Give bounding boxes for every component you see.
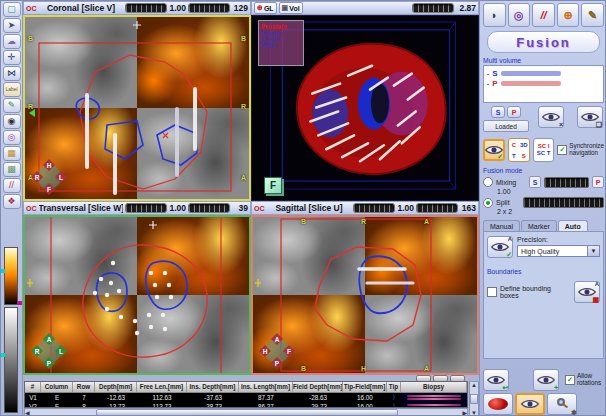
sagittal-slice-slider[interactable] — [416, 203, 458, 213]
biopsy-bars — [401, 393, 467, 402]
duplicate-volume-button[interactable]: ❏ — [577, 106, 603, 128]
select-tool-icon[interactable]: ▢ — [3, 2, 21, 17]
fusion-title: Fusion — [487, 31, 600, 53]
auto-register-button[interactable]: A✓ — [487, 236, 513, 258]
multi-volume-label: Multi volume — [483, 57, 604, 64]
coronal-gain-slider[interactable] — [125, 3, 167, 13]
transversal-title: Transversal [Slice W] — [39, 203, 124, 213]
volume-3d-scene[interactable]: Prostate Volume: Length: Width: F — [251, 15, 479, 201]
label-tool-button[interactable]: Label — [3, 82, 21, 97]
colormap-marker[interactable] — [1, 269, 5, 273]
tab-marker[interactable]: Marker — [521, 220, 557, 231]
transversal-image-area[interactable]: A R L P — [23, 215, 251, 375]
mirror-tool-icon[interactable]: ⋈ — [3, 66, 21, 81]
magnet-tool-icon[interactable]: ◉ — [3, 114, 21, 129]
sagittal-image-area[interactable]: B R A B H A A H F P — [251, 215, 479, 375]
region-tool-icon[interactable]: ▩ — [3, 162, 21, 177]
ultrasound-colormap-bar[interactable] — [4, 247, 18, 305]
volume-p-button[interactable]: P — [507, 106, 521, 118]
needle-lines-tool-icon[interactable]: // — [3, 178, 21, 193]
fusion-mode-button[interactable]: ✱ — [515, 393, 545, 415]
coronal-image-area[interactable]: B R A B R A H R L F — [23, 15, 251, 201]
s-volume-chip[interactable]: S — [529, 176, 541, 188]
sagittal-viewport: OC Sagittal [Slice U] 1.00 163 B R A B — [251, 201, 479, 375]
split-radio[interactable] — [483, 198, 493, 208]
define-bounding-boxes-checkbox[interactable] — [487, 287, 497, 297]
palette-tool-icon[interactable]: ▦ — [3, 146, 21, 161]
tab-manual[interactable]: Manual — [483, 220, 520, 231]
volume-s-button[interactable]: S — [491, 106, 505, 118]
sagittal-gain-slider[interactable] — [353, 203, 395, 213]
needle-set-icon[interactable]: // — [532, 3, 555, 27]
prostate-icon — [488, 398, 508, 410]
oc-icon[interactable]: OC — [26, 5, 37, 12]
transversal-gain-slider[interactable] — [125, 203, 167, 213]
probe-tool-icon[interactable]: ➤ — [3, 18, 21, 33]
panel-mode-buttons: ✱ — [483, 393, 577, 415]
fusion-mode-label: Fusion mode — [483, 167, 604, 174]
layout-grid-button[interactable]: C3D TS — [508, 138, 530, 162]
contour-rings-icon[interactable]: ◎ — [508, 3, 531, 27]
colormap-marker[interactable] — [18, 301, 22, 305]
volume-3d-slider[interactable] — [412, 3, 454, 13]
volume-list-item[interactable]: -P — [487, 78, 600, 88]
draw-tool-icon[interactable]: ✎ — [3, 98, 21, 113]
biopsy-plan-table[interactable]: #Column RowDepth[mm] Free Len.[mm]Ins. D… — [24, 381, 468, 408]
add-registration-button[interactable]: + — [533, 369, 559, 391]
gl-button[interactable]: ⊕GL — [254, 2, 277, 14]
coronal-slice-slider[interactable] — [188, 3, 230, 13]
marker-tool-icon[interactable]: ❖ — [3, 194, 21, 209]
p-volume-chip[interactable]: P — [592, 176, 604, 188]
mixing-radio[interactable] — [483, 177, 493, 187]
magnifier-icon — [556, 398, 568, 410]
volume-edit-icon[interactable]: ✎ — [581, 3, 604, 27]
undo-registration-button[interactable]: ↩ — [483, 369, 509, 391]
fusion-application-window: ▢ ➤ ☁ ✛ ⋈ Label ✎ ◉ ◎ ▦ ▩ // ❖ OC Corona… — [0, 0, 606, 416]
loaded-button[interactable]: Loaded — [483, 120, 529, 132]
vol-button[interactable]: ▣Vol — [279, 2, 303, 14]
mixing-label: Mixing — [496, 179, 526, 186]
split-value: 2 x 2 — [497, 208, 604, 215]
allow-rotations-checkbox[interactable]: ✓ — [565, 375, 575, 385]
fusion-view-toggle-button[interactable]: ✓ — [483, 139, 505, 161]
sagittal-header: OC Sagittal [Slice U] 1.00 163 — [251, 201, 479, 215]
volume-3d-header: ⊕GL ▣Vol 2.87 — [251, 1, 479, 15]
oc-icon[interactable]: OC — [26, 205, 37, 212]
grayscale-colormap-bar[interactable] — [4, 307, 18, 413]
mixing-value: 1.00 — [497, 188, 604, 195]
mixing-slider[interactable] — [544, 177, 589, 188]
tab-auto[interactable]: Auto — [558, 220, 588, 231]
transversal-viewport: OC Transversal [Slice W] 1.00 39 — [23, 201, 251, 375]
volume-3d-value: 2.87 — [456, 3, 476, 13]
sagittal-slice-number: 163 — [460, 203, 476, 213]
synchronize-navigation-checkbox[interactable]: ✓ — [557, 145, 567, 155]
colormap-marker[interactable] — [1, 353, 5, 357]
oc-icon[interactable]: OC — [254, 205, 265, 212]
table-vertical-scrollbar[interactable]: ▲▼ — [469, 381, 479, 416]
probe-view-icon[interactable]: ◗ — [483, 3, 506, 27]
volume-list[interactable]: -S -P — [483, 65, 604, 103]
volume-list-item[interactable]: -S — [487, 68, 600, 78]
remove-volume-button[interactable]: × — [538, 106, 564, 128]
prostate-model-button[interactable] — [483, 393, 513, 415]
scroll-down-icon[interactable]: ▼ — [471, 410, 477, 416]
precision-dropdown[interactable]: High Quality ▼ — [517, 245, 600, 257]
chevron-down-icon[interactable]: ▼ — [587, 246, 599, 256]
slice-layout-button[interactable]: SC I SC T — [533, 138, 555, 162]
orientation-cube[interactable]: F — [264, 177, 282, 194]
tip-mark: ⟩ — [387, 393, 401, 402]
scroll-left-icon[interactable]: ◀ — [25, 409, 30, 416]
scroll-up-icon[interactable]: ▲ — [471, 382, 477, 388]
render-3d-tool-icon[interactable]: ☁ — [3, 34, 21, 49]
target-icon[interactable]: ⊕ — [557, 3, 580, 27]
split-slider[interactable] — [523, 197, 604, 208]
scroll-right-icon[interactable]: ▶ — [462, 409, 467, 416]
table-row[interactable]: V1E 7-12.63 112.63-37.63 87.37-28.63 16.… — [25, 393, 467, 402]
pan-tool-icon[interactable]: ✛ — [3, 50, 21, 65]
coronal-viewport: OC Coronal [Slice V] 1.00 129 — [23, 1, 251, 201]
bounding-box-button[interactable]: A▦ — [574, 281, 600, 303]
contour-tool-icon[interactable]: ◎ — [3, 130, 21, 145]
fusion-control-panel: ◗ ◎ // ⊕ ✎ Fusion Multi volume -S -P S P… — [479, 1, 606, 416]
table-horizontal-scrollbar[interactable]: ◀▶ — [24, 408, 468, 416]
transversal-slice-slider[interactable] — [188, 203, 230, 213]
